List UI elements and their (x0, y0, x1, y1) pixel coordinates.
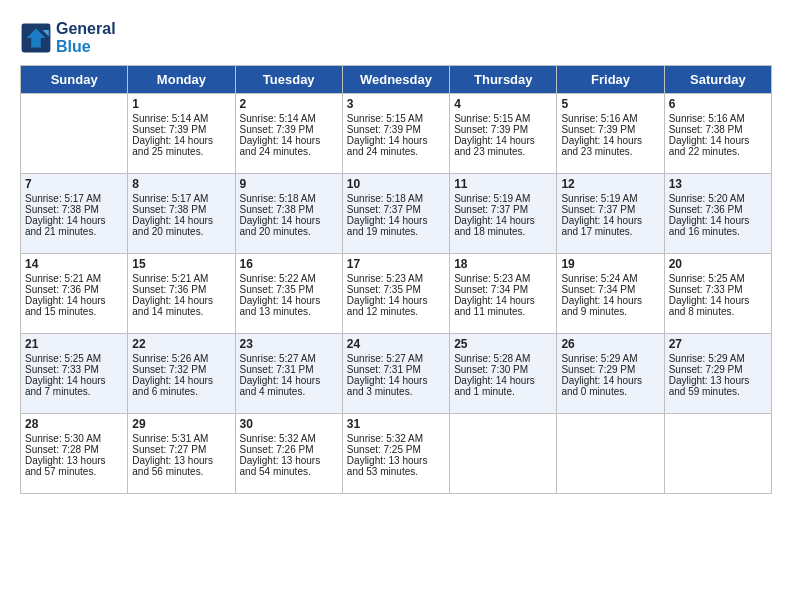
day-info: Daylight: 13 hours (347, 455, 445, 466)
day-info: Sunset: 7:33 PM (25, 364, 123, 375)
day-info: Sunrise: 5:14 AM (132, 113, 230, 124)
calendar-day: 13Sunrise: 5:20 AMSunset: 7:36 PMDayligh… (664, 174, 771, 254)
header: General Blue (20, 20, 772, 55)
day-info: Sunset: 7:38 PM (132, 204, 230, 215)
day-info: Daylight: 13 hours (240, 455, 338, 466)
day-info: Daylight: 14 hours (454, 135, 552, 146)
calendar-day: 9Sunrise: 5:18 AMSunset: 7:38 PMDaylight… (235, 174, 342, 254)
day-number: 5 (561, 97, 659, 111)
day-info: Daylight: 14 hours (132, 375, 230, 386)
day-info: and 23 minutes. (454, 146, 552, 157)
day-info: Sunset: 7:35 PM (240, 284, 338, 295)
day-info: Sunrise: 5:27 AM (240, 353, 338, 364)
day-info: Daylight: 14 hours (240, 375, 338, 386)
calendar-day: 26Sunrise: 5:29 AMSunset: 7:29 PMDayligh… (557, 334, 664, 414)
day-number: 31 (347, 417, 445, 431)
day-number: 4 (454, 97, 552, 111)
day-info: Daylight: 14 hours (25, 375, 123, 386)
logo: General Blue (20, 20, 116, 55)
weekday-header: Sunday (21, 66, 128, 94)
day-info: Sunset: 7:37 PM (454, 204, 552, 215)
day-info: Sunrise: 5:26 AM (132, 353, 230, 364)
day-number: 16 (240, 257, 338, 271)
day-info: and 12 minutes. (347, 306, 445, 317)
day-number: 26 (561, 337, 659, 351)
day-info: Sunrise: 5:29 AM (669, 353, 767, 364)
calendar-day: 30Sunrise: 5:32 AMSunset: 7:26 PMDayligh… (235, 414, 342, 494)
day-info: Sunrise: 5:16 AM (561, 113, 659, 124)
day-info: and 54 minutes. (240, 466, 338, 477)
day-info: Sunrise: 5:23 AM (454, 273, 552, 284)
day-info: and 1 minute. (454, 386, 552, 397)
day-info: Sunset: 7:34 PM (454, 284, 552, 295)
day-info: Sunset: 7:39 PM (132, 124, 230, 135)
calendar-week: 7Sunrise: 5:17 AMSunset: 7:38 PMDaylight… (21, 174, 772, 254)
day-info: Daylight: 14 hours (25, 215, 123, 226)
day-info: and 23 minutes. (561, 146, 659, 157)
day-info: Sunrise: 5:21 AM (132, 273, 230, 284)
day-number: 22 (132, 337, 230, 351)
weekday-header: Friday (557, 66, 664, 94)
calendar-day: 17Sunrise: 5:23 AMSunset: 7:35 PMDayligh… (342, 254, 449, 334)
weekday-header: Wednesday (342, 66, 449, 94)
day-info: Daylight: 14 hours (347, 295, 445, 306)
calendar-day: 5Sunrise: 5:16 AMSunset: 7:39 PMDaylight… (557, 94, 664, 174)
day-info: and 9 minutes. (561, 306, 659, 317)
day-info: and 24 minutes. (347, 146, 445, 157)
calendar-day: 7Sunrise: 5:17 AMSunset: 7:38 PMDaylight… (21, 174, 128, 254)
calendar-day: 29Sunrise: 5:31 AMSunset: 7:27 PMDayligh… (128, 414, 235, 494)
day-number: 24 (347, 337, 445, 351)
day-info: and 16 minutes. (669, 226, 767, 237)
day-info: Sunrise: 5:32 AM (240, 433, 338, 444)
calendar-day: 1Sunrise: 5:14 AMSunset: 7:39 PMDaylight… (128, 94, 235, 174)
calendar-day: 4Sunrise: 5:15 AMSunset: 7:39 PMDaylight… (450, 94, 557, 174)
day-info: and 56 minutes. (132, 466, 230, 477)
calendar-day: 24Sunrise: 5:27 AMSunset: 7:31 PMDayligh… (342, 334, 449, 414)
day-number: 7 (25, 177, 123, 191)
day-info: and 57 minutes. (25, 466, 123, 477)
calendar-day: 25Sunrise: 5:28 AMSunset: 7:30 PMDayligh… (450, 334, 557, 414)
calendar-day (664, 414, 771, 494)
day-info: Sunrise: 5:17 AM (25, 193, 123, 204)
day-info: Daylight: 14 hours (347, 375, 445, 386)
day-number: 10 (347, 177, 445, 191)
day-info: and 17 minutes. (561, 226, 659, 237)
weekday-header: Tuesday (235, 66, 342, 94)
day-info: Sunrise: 5:32 AM (347, 433, 445, 444)
day-info: Sunrise: 5:19 AM (561, 193, 659, 204)
day-info: Daylight: 14 hours (25, 295, 123, 306)
day-info: Sunset: 7:37 PM (561, 204, 659, 215)
day-info: Daylight: 14 hours (132, 215, 230, 226)
calendar-day (21, 94, 128, 174)
day-info: and 7 minutes. (25, 386, 123, 397)
day-info: Sunset: 7:28 PM (25, 444, 123, 455)
calendar-day: 14Sunrise: 5:21 AMSunset: 7:36 PMDayligh… (21, 254, 128, 334)
calendar-day: 16Sunrise: 5:22 AMSunset: 7:35 PMDayligh… (235, 254, 342, 334)
day-number: 13 (669, 177, 767, 191)
day-number: 19 (561, 257, 659, 271)
day-number: 30 (240, 417, 338, 431)
day-info: Daylight: 13 hours (669, 375, 767, 386)
day-info: Daylight: 14 hours (347, 135, 445, 146)
day-info: Daylight: 14 hours (454, 295, 552, 306)
day-info: and 0 minutes. (561, 386, 659, 397)
day-info: Daylight: 14 hours (132, 135, 230, 146)
day-info: Daylight: 13 hours (25, 455, 123, 466)
day-number: 2 (240, 97, 338, 111)
day-number: 3 (347, 97, 445, 111)
day-info: Sunrise: 5:18 AM (347, 193, 445, 204)
calendar-day (557, 414, 664, 494)
day-info: Sunrise: 5:21 AM (25, 273, 123, 284)
day-info: Daylight: 14 hours (669, 215, 767, 226)
day-info: Daylight: 14 hours (561, 375, 659, 386)
day-info: Daylight: 14 hours (347, 215, 445, 226)
day-info: Sunset: 7:36 PM (25, 284, 123, 295)
day-info: Daylight: 14 hours (669, 135, 767, 146)
day-info: Sunrise: 5:30 AM (25, 433, 123, 444)
day-info: Daylight: 14 hours (454, 375, 552, 386)
day-number: 15 (132, 257, 230, 271)
calendar-day: 3Sunrise: 5:15 AMSunset: 7:39 PMDaylight… (342, 94, 449, 174)
calendar-day: 20Sunrise: 5:25 AMSunset: 7:33 PMDayligh… (664, 254, 771, 334)
day-info: Sunset: 7:36 PM (132, 284, 230, 295)
calendar-week: 1Sunrise: 5:14 AMSunset: 7:39 PMDaylight… (21, 94, 772, 174)
